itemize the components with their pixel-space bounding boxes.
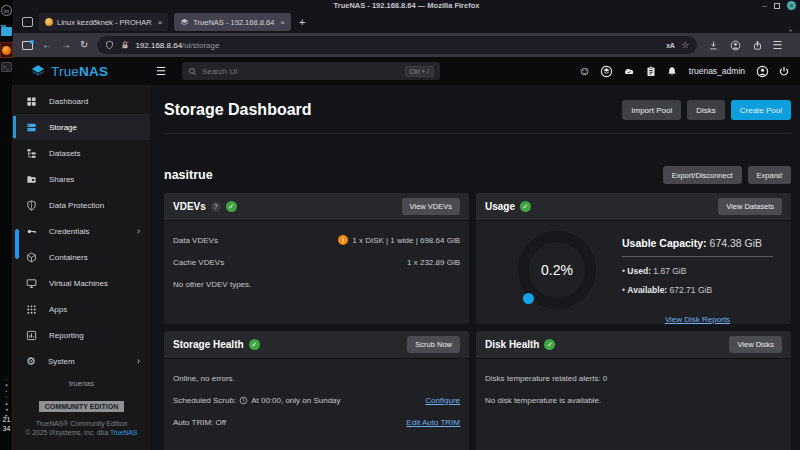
sidebar-item-apps[interactable]: Apps bbox=[13, 296, 150, 322]
truecommand-icon[interactable] bbox=[600, 65, 613, 78]
reporting-chart-icon bbox=[26, 330, 37, 341]
new-tab-button[interactable]: + bbox=[299, 16, 305, 28]
create-pool-button[interactable]: Create Pool bbox=[731, 100, 791, 120]
configure-scrub-link[interactable]: Configure bbox=[425, 396, 460, 405]
menu-icon[interactable]: ☰ bbox=[772, 39, 782, 51]
sidebar-item-shares[interactable]: Shares bbox=[13, 166, 150, 192]
help-icon[interactable]: ? bbox=[211, 202, 221, 212]
apps-grid-icon bbox=[26, 304, 37, 315]
user-settings-icon[interactable] bbox=[756, 65, 769, 78]
sidebar-item-credentials[interactable]: Credentials › bbox=[13, 218, 150, 244]
page-title: Storage Dashboard bbox=[164, 101, 622, 119]
sidebar-item-virtual-machines[interactable]: Virtual Machines bbox=[13, 270, 150, 296]
jobs-clipboard-icon[interactable] bbox=[645, 65, 657, 78]
nav-toolbar: ← → ↻ 192.168.8.64/ui/storage xA ☆ ☰ bbox=[13, 33, 800, 57]
view-vdevs-button[interactable]: View VDEVs bbox=[402, 198, 460, 215]
search-icon bbox=[188, 67, 197, 76]
view-datasets-button[interactable]: View Datasets bbox=[718, 198, 782, 215]
truenas-link[interactable]: TrueNAS bbox=[110, 429, 138, 436]
tab-close-icon[interactable]: × bbox=[280, 18, 285, 27]
username: truenas_admin bbox=[689, 66, 745, 76]
available-stat: • Available: 672.71 GiB bbox=[622, 285, 773, 295]
expand-button[interactable]: Expand bbox=[748, 166, 791, 184]
edit-auto-trim-link[interactable]: Edit Auto TRIM bbox=[406, 418, 460, 427]
page-header: Storage Dashboard Import Pool Disks Crea… bbox=[164, 100, 791, 120]
tab-linux-kezdoknek[interactable]: Linux kezdőknek - PROHAR × bbox=[39, 13, 168, 31]
vdev-note: No other VDEV types. bbox=[173, 273, 460, 295]
disks-button[interactable]: Disks bbox=[687, 100, 725, 120]
insecure-lock-icon[interactable] bbox=[120, 40, 130, 50]
tab-truenas[interactable]: TrueNAS - 192.168.8.64 × bbox=[174, 13, 291, 31]
healthy-check-icon: ✓ bbox=[520, 201, 531, 212]
usage-card-header: Usage ✓ View Datasets bbox=[476, 193, 791, 221]
notification-dot bbox=[30, 40, 34, 44]
chevron-right-icon: › bbox=[137, 356, 140, 366]
tracking-shield-icon[interactable] bbox=[105, 40, 114, 50]
firefox-icon[interactable] bbox=[0, 42, 13, 58]
pool-status-row: Online, no errors. bbox=[173, 367, 460, 389]
sidebar-item-containers[interactable]: Containers bbox=[13, 244, 150, 270]
sidebar-item-system[interactable]: ⚙ System › bbox=[13, 348, 150, 374]
window-title: TrueNAS - 192.168.8.64 — Mozilla Firefox bbox=[334, 1, 480, 10]
usable-capacity: Usable Capacity: 674.38 GiB bbox=[622, 233, 773, 257]
cloud-status-icon[interactable] bbox=[622, 65, 636, 77]
url-bar[interactable]: 192.168.8.64/ui/storage xA ☆ bbox=[97, 36, 697, 54]
forward-icon[interactable]: → bbox=[61, 39, 71, 51]
truenas-app: TrueNAS ☰ Search UI Ctrl + / ☺ truenas_a… bbox=[13, 57, 800, 450]
scrub-now-button[interactable]: Scrub Now bbox=[407, 336, 460, 353]
tab-favicon bbox=[45, 18, 53, 26]
datasets-icon bbox=[26, 148, 37, 159]
maximize-button[interactable] bbox=[774, 3, 780, 9]
storage-icon bbox=[26, 122, 37, 133]
firefox-view-button[interactable] bbox=[22, 41, 33, 50]
downloads-icon[interactable] bbox=[708, 40, 719, 51]
bookmark-star-icon[interactable]: ☆ bbox=[681, 40, 689, 50]
pool-header: nasitrue Export/Disconnect Expand bbox=[164, 166, 791, 184]
share-icon[interactable] bbox=[752, 40, 763, 51]
url-host: 192.168.8.64 bbox=[135, 41, 182, 50]
import-pool-button[interactable]: Import Pool bbox=[622, 100, 681, 120]
card-title: Usage bbox=[485, 201, 515, 212]
files-icon[interactable] bbox=[1, 27, 12, 36]
truenas-mark-icon bbox=[30, 64, 46, 79]
truenas-logo[interactable]: TrueNAS bbox=[30, 64, 134, 79]
terminal-icon[interactable]: >_ bbox=[1, 62, 12, 72]
warning-icon[interactable]: ! bbox=[338, 235, 348, 245]
sidebar-item-data-protection[interactable]: Data Protection bbox=[13, 192, 150, 218]
sidenav-toggle-icon[interactable]: ☰ bbox=[156, 65, 166, 78]
export-disconnect-button[interactable]: Export/Disconnect bbox=[663, 166, 742, 184]
view-disk-reports-link[interactable]: View Disk Reports bbox=[665, 315, 730, 324]
sidebar: Dashboard Storage Datasets Shares bbox=[13, 85, 150, 450]
scheduled-scrub-row: Scheduled Scrub: At 00:00, only on Sunda… bbox=[173, 389, 460, 411]
sidebar-item-datasets[interactable]: Datasets bbox=[13, 140, 150, 166]
clock[interactable]: 21 34 bbox=[0, 415, 13, 433]
vdevs-card-header: VDEVs ? ✓ View VDEVs bbox=[164, 193, 469, 221]
firefox-view-icon[interactable] bbox=[22, 17, 33, 27]
sidebar-item-reporting[interactable]: Reporting bbox=[13, 322, 150, 348]
system-tray: ◦ ▾ ▪ ▫ ▴ ◂ ▸ bbox=[0, 377, 13, 418]
tab-close-icon[interactable]: × bbox=[158, 18, 163, 27]
storage-health-card: Storage Health ✓ Scrub Now Online, no er… bbox=[164, 331, 469, 450]
list-tabs-icon[interactable]: › bbox=[786, 29, 795, 32]
app-header: TrueNAS ☰ Search UI Ctrl + / ☺ truenas_a… bbox=[13, 57, 800, 85]
account-icon[interactable] bbox=[730, 40, 741, 51]
reload-icon[interactable]: ↻ bbox=[80, 39, 88, 51]
minimize-button[interactable]: – bbox=[763, 2, 767, 10]
power-icon[interactable] bbox=[778, 65, 790, 78]
pool-name: nasitrue bbox=[164, 168, 663, 182]
window-titlebar[interactable]: TrueNAS - 192.168.8.64 — Mozilla Firefox… bbox=[13, 0, 800, 11]
back-icon[interactable]: ← bbox=[42, 39, 52, 51]
translate-icon[interactable]: xA bbox=[666, 42, 674, 49]
disk-health-body: Disks temperature related alerts: 0 No d… bbox=[476, 359, 791, 419]
sidebar-item-storage[interactable]: Storage bbox=[13, 114, 150, 140]
feedback-smiley-icon[interactable]: ☺ bbox=[579, 64, 591, 78]
browser-window: TrueNAS - 192.168.8.64 — Mozilla Firefox… bbox=[13, 0, 800, 450]
view-disks-button[interactable]: View Disks bbox=[729, 336, 782, 353]
alerts-bell-icon[interactable] bbox=[666, 65, 678, 78]
mint-menu-icon[interactable]: lm bbox=[1, 5, 12, 16]
search-input[interactable]: Search UI Ctrl + / bbox=[182, 62, 440, 80]
close-button[interactable]: × bbox=[787, 1, 796, 10]
sidebar-item-dashboard[interactable]: Dashboard bbox=[13, 88, 150, 114]
disk-alerts-row: Disks temperature related alerts: 0 bbox=[485, 367, 782, 389]
disk-temperature-row: No disk temperature is available. bbox=[485, 389, 782, 411]
